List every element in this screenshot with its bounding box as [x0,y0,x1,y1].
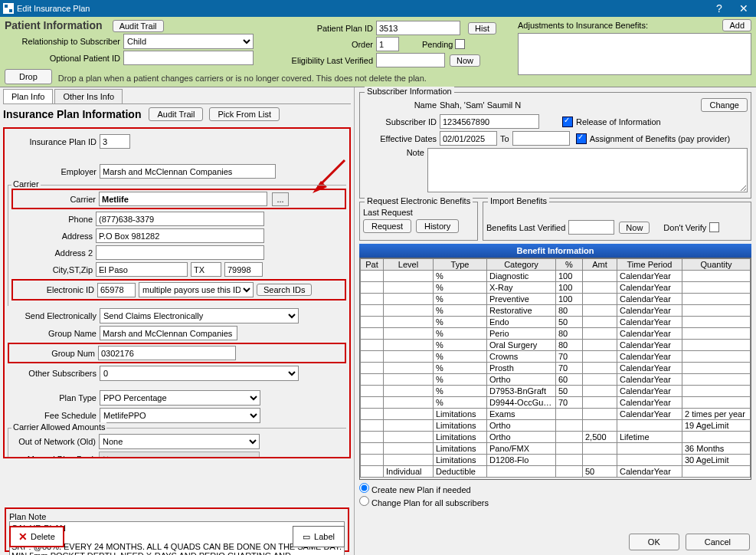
benefit-col-header[interactable]: Amt [583,259,617,271]
change-button[interactable]: Change [701,98,748,112]
add-button[interactable]: Add [722,19,751,31]
help-icon[interactable]: ? [707,0,731,17]
zip-input[interactable] [224,262,263,277]
benefit-col-header[interactable]: Level [384,259,434,271]
table-row[interactable]: LimitationsOrtho2,500Lifetime [361,432,751,443]
group-num-input[interactable] [98,346,236,360]
table-row[interactable]: %D9944-OccGuardHardFull70CalendarYear [361,397,751,409]
city-input[interactable] [96,262,188,277]
table-row[interactable]: LimitationsD1208-Flo30 AgeLimit [361,455,751,466]
ins-plan-id-input[interactable] [100,134,130,149]
import-benefits-legend: Import Benefits [488,196,549,205]
benefit-col-header[interactable]: Time Period [617,259,682,271]
table-row[interactable]: %Oral Surgery80CalendarYear [361,340,751,351]
carrier-input[interactable] [99,192,267,206]
group-name-label: Group Name [8,329,100,338]
table-row[interactable]: %Endo50CalendarYear [361,317,751,328]
eligibility-verified-input[interactable] [376,53,445,67]
carrier-allowed-amounts-label: Carrier Allowed Amounts [11,422,106,432]
table-row[interactable]: %X-Ray100CalendarYear [361,282,751,294]
phone-input[interactable] [96,212,264,226]
benefit-col-header[interactable]: Type [434,259,487,271]
other-subscribers-select[interactable]: 0 [100,366,299,381]
optional-patient-id-input[interactable] [123,51,254,65]
address-input[interactable] [96,228,264,243]
benefit-col-header[interactable]: % [556,259,583,271]
table-row[interactable]: LimitationsOrtho19 AgeLimit [361,420,751,432]
table-row[interactable]: %Ortho60CalendarYear [361,374,751,386]
benefit-table: PatLevelTypeCategory%AmtTime PeriodQuant… [360,258,751,478]
group-name-input[interactable] [100,326,237,340]
request-button[interactable]: Request [363,219,411,233]
send-electronically-select[interactable]: Send Claims Electronically [100,308,299,323]
phone-label: Phone [11,215,96,224]
effective-to-input[interactable] [512,131,570,146]
titlebar: Edit Insurance Plan ? ✕ [0,0,756,17]
label-button[interactable]: ▭ Label [293,526,345,547]
search-ids-button[interactable]: Search IDs [257,284,312,296]
benefit-table-wrap[interactable]: PatLevelTypeCategory%AmtTime PeriodQuant… [359,258,751,480]
benefits-last-verified-input[interactable] [568,220,614,235]
assignment-benefits-checkbox[interactable] [576,133,587,144]
benefit-col-header[interactable]: Category [487,259,556,271]
table-row[interactable]: %Crowns70CalendarYear [361,351,751,363]
order-input[interactable] [376,37,399,51]
create-new-plan-radio[interactable]: Create new Plan if needed [359,483,751,494]
ipi-audit-trail-button[interactable]: Audit Trail [149,107,203,121]
electronic-id-select[interactable]: multiple payors use this ID [139,282,254,297]
relationship-select[interactable]: Child [123,34,254,49]
table-row[interactable]: %Prosth70CalendarYear [361,363,751,374]
change-plan-all-radio[interactable]: Change Plan for all subscribers [359,496,751,507]
adjustments-label: Adjustments to Insurance Benefits: [518,21,648,30]
table-row[interactable]: %Preventive100CalendarYear [361,294,751,305]
relationship-label: Relationship to Subscriber [5,37,123,46]
eligibility-verified-label: Eligibility Last Verified [288,56,376,65]
now-button[interactable]: Now [450,54,480,67]
fee-schedule-label: Fee Schedule [8,411,100,420]
release-info-checkbox[interactable] [562,117,573,127]
effective-from-input[interactable] [440,131,497,146]
tab-plan-info[interactable]: Plan Info [3,89,53,103]
sub-name-label: Name [363,100,440,110]
benefit-info-header: Benefit Information [359,244,751,258]
address2-input[interactable] [96,245,264,260]
subscriber-info-legend: Subscriber Information [365,87,454,96]
table-row[interactable]: IndividualDeductible50CalendarYear [361,466,751,478]
audit-trail-button[interactable]: Audit Trail [113,20,164,32]
send-electronically-label: Send Electronically [8,311,100,320]
patient-plan-id-input[interactable] [376,21,460,35]
table-row[interactable]: %Perio80CalendarYear [361,328,751,340]
sub-note-textarea[interactable] [427,148,748,192]
patient-info-title: Patient Information [5,19,103,31]
benefits-now-button[interactable]: Now [619,222,650,234]
drop-button[interactable]: Drop [5,69,52,84]
tab-other-ins-info[interactable]: Other Ins Info [54,89,123,103]
table-row[interactable]: %D7953-BnGraft50CalendarYear [361,386,751,397]
address2-label: Address 2 [11,248,96,258]
pending-checkbox[interactable] [455,39,465,49]
benefit-col-header[interactable]: Quantity [682,259,751,271]
dont-verify-checkbox[interactable] [709,222,719,232]
table-row[interactable]: %Diagnostic100CalendarYear [361,271,751,282]
state-input[interactable] [191,262,221,277]
table-row[interactable]: LimitationsPano/FMX36 Months [361,443,751,455]
fee-schedule-select[interactable]: MetlifePPO [100,408,260,423]
history-button[interactable]: History [416,219,459,233]
plan-type-select[interactable]: PPO Percentage [100,390,260,406]
assignment-benefits-label: Assignment of Benefits (pay provider) [590,134,730,143]
pick-from-list-button[interactable]: Pick From List [209,107,280,121]
subscriber-id-input[interactable] [440,114,539,129]
carrier-lookup-button[interactable]: ... [272,192,289,206]
benefit-col-header[interactable]: Pat [361,259,384,271]
delete-button[interactable]: ✕ Delete [9,526,64,547]
table-row[interactable]: LimitationsExamsCalendarYear2 times per … [361,409,751,420]
close-icon[interactable]: ✕ [731,0,756,17]
hist-button[interactable]: Hist [468,22,496,34]
out-of-network-select[interactable]: None [99,434,260,449]
electronic-id-input[interactable] [97,283,136,297]
table-row[interactable]: %Restorative80CalendarYear [361,305,751,317]
cancel-button[interactable]: Cancel [686,534,750,550]
employer-input[interactable] [100,164,276,179]
group-num-label: Group Num [11,349,98,358]
ok-button[interactable]: OK [629,534,679,550]
